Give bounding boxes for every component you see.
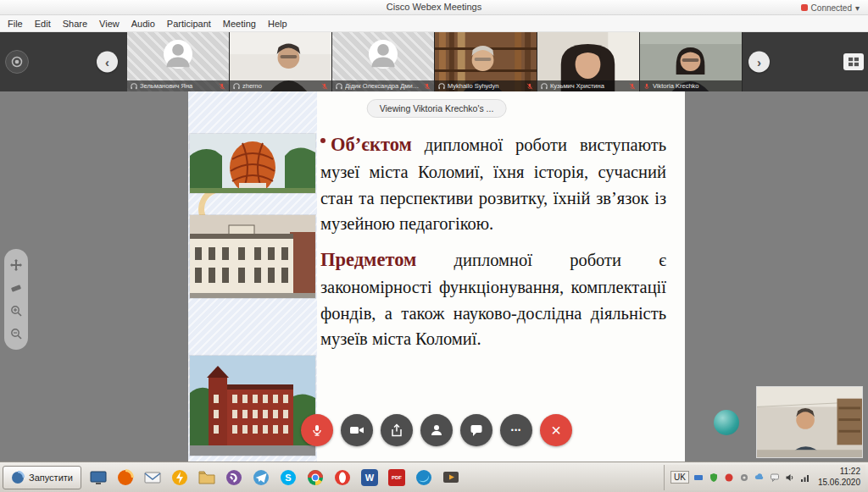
- network-icon[interactable]: [800, 472, 811, 483]
- skype-launcher[interactable]: S: [276, 466, 300, 489]
- chevron-down-icon: ▾: [855, 3, 860, 13]
- self-view-video[interactable]: [756, 386, 863, 458]
- avatar: [164, 40, 192, 69]
- title-bar: Cisco Webex Meetings Connected ▾: [0, 0, 868, 15]
- language-indicator[interactable]: UK: [670, 471, 689, 484]
- tray-cloud-icon[interactable]: [754, 472, 765, 483]
- launcher-app[interactable]: [168, 466, 192, 489]
- menu-help[interactable]: Help: [262, 16, 293, 31]
- show-desktop-button[interactable]: [86, 466, 110, 489]
- pan-icon: [10, 259, 22, 271]
- volume-icon[interactable]: [785, 472, 796, 483]
- telegram-launcher[interactable]: [249, 466, 273, 489]
- share-icon: [390, 423, 403, 437]
- viber-icon: [225, 468, 243, 487]
- menu-meeting[interactable]: Meeting: [217, 16, 262, 31]
- word-letter: W: [365, 473, 374, 483]
- filmstrip-scroll-left-button[interactable]: ‹: [97, 52, 118, 73]
- shared-content-area: Об’єктом дипломної роботи виступають муз…: [0, 91, 868, 462]
- menu-file[interactable]: File: [2, 16, 29, 31]
- bolt-icon: [170, 468, 189, 487]
- email-launcher[interactable]: [141, 466, 164, 489]
- eraser-button[interactable]: [8, 280, 24, 296]
- menu-edit[interactable]: Edit: [29, 16, 57, 31]
- firefox-launcher[interactable]: [114, 466, 137, 489]
- participant-tile[interactable]: zherno: [230, 32, 332, 91]
- camera-button[interactable]: [341, 414, 373, 446]
- participant-tile[interactable]: Mykhailo Syhydyn: [435, 32, 537, 91]
- chevron-right-icon: ›: [757, 55, 761, 69]
- media-player-launcher[interactable]: [439, 466, 463, 489]
- camera-icon: [349, 423, 364, 437]
- tray-clock[interactable]: 11:22 15.06.2020: [818, 467, 860, 488]
- start-button[interactable]: Запустити: [3, 466, 81, 489]
- window-title: Cisco Webex Meetings: [0, 2, 868, 12]
- leave-meeting-button[interactable]: ×: [540, 414, 572, 446]
- participant-tile[interactable]: Дідик Олександра Дмитрі...: [332, 32, 435, 91]
- pdf-label: PDF: [392, 475, 402, 480]
- zoom-out-button[interactable]: [8, 326, 24, 341]
- filmstrip-scroll-right-button[interactable]: ›: [748, 52, 770, 73]
- meeting-controls: ••• ×: [301, 414, 572, 446]
- bullet-icon: [320, 138, 326, 143]
- tray-record-icon[interactable]: [724, 472, 735, 483]
- start-label: Запустити: [29, 473, 73, 483]
- red-brick-building-photo: [190, 356, 315, 456]
- webex-sphere-decoration: [714, 410, 739, 435]
- tray-messenger-icon[interactable]: [770, 472, 781, 483]
- connection-label: Connected: [811, 3, 852, 13]
- person-icon: [369, 40, 398, 69]
- person-icon: [164, 40, 192, 69]
- viewing-label: Viewing Viktoria Krechko's ...: [367, 99, 507, 118]
- word-launcher[interactable]: W: [358, 466, 381, 489]
- layout-grid-button[interactable]: [843, 53, 864, 70]
- menu-participant[interactable]: Participant: [161, 16, 217, 31]
- mute-button[interactable]: [301, 414, 333, 446]
- tray-shield-icon[interactable]: [709, 472, 720, 483]
- share-button[interactable]: [381, 414, 413, 446]
- headset-icon: [336, 83, 342, 90]
- connection-status[interactable]: Connected ▾: [801, 1, 860, 14]
- slide-paragraph-object: Об’єктом дипломної роботи виступають муз…: [320, 130, 666, 237]
- annotation-toolbar: [4, 249, 28, 350]
- opera-launcher[interactable]: [331, 466, 354, 489]
- taskbar: Запустити S W PDF UK 11:22 15.06.2020: [0, 462, 868, 492]
- participant-tile[interactable]: Кузьмич Христина: [537, 32, 640, 91]
- participant-namebar: Mykhailo Syhydyn: [435, 80, 537, 91]
- tray-keyboard-icon[interactable]: [693, 472, 704, 483]
- menu-audio[interactable]: Audio: [125, 16, 161, 31]
- tray-gear-icon[interactable]: [739, 472, 750, 483]
- menu-share[interactable]: Share: [57, 16, 93, 31]
- webex-session-button[interactable]: [5, 50, 29, 74]
- globe-icon: [415, 468, 433, 487]
- participant-name: Зельманович Яна: [140, 82, 216, 90]
- shared-presentation-slide: Об’єктом дипломної роботи виступають муз…: [188, 91, 685, 462]
- chat-button[interactable]: [460, 414, 492, 446]
- record-ring-icon: [11, 56, 23, 68]
- headset-icon: [131, 83, 137, 90]
- monitor-icon: [89, 468, 108, 487]
- participant-name: zherno: [242, 82, 319, 90]
- start-menu-icon: [11, 471, 25, 484]
- participants-button[interactable]: [420, 414, 453, 446]
- menu-view[interactable]: View: [93, 16, 125, 31]
- avatar: [369, 40, 398, 69]
- more-options-button[interactable]: •••: [500, 414, 532, 446]
- pdf-reader-launcher[interactable]: PDF: [385, 466, 409, 489]
- word-icon: W: [361, 469, 378, 486]
- browser-launcher[interactable]: [412, 466, 436, 489]
- pan-tool-button[interactable]: [8, 257, 24, 273]
- slide-text: Об’єктом дипломної роботи виступають муз…: [320, 130, 666, 361]
- chrome-launcher[interactable]: [303, 466, 327, 489]
- paragraph-lead: Предметом: [320, 249, 416, 270]
- file-manager-launcher[interactable]: [195, 466, 219, 489]
- participant-tile-active-speaker[interactable]: Viktoria Krechko: [640, 32, 743, 91]
- participant-name: Кузьмич Христина: [550, 82, 626, 90]
- viber-launcher[interactable]: [222, 466, 246, 489]
- participant-filmstrip: ‹ Зельманович Яна: [0, 32, 868, 91]
- participant-name: Дідик Олександра Дмитрі...: [345, 82, 421, 90]
- participant-tile[interactable]: Зельманович Яна: [127, 32, 230, 91]
- zoom-in-button[interactable]: [8, 303, 24, 318]
- viewing-label-text: Viewing Viktoria Krechko's ...: [380, 103, 494, 113]
- grid-icon: [848, 57, 860, 67]
